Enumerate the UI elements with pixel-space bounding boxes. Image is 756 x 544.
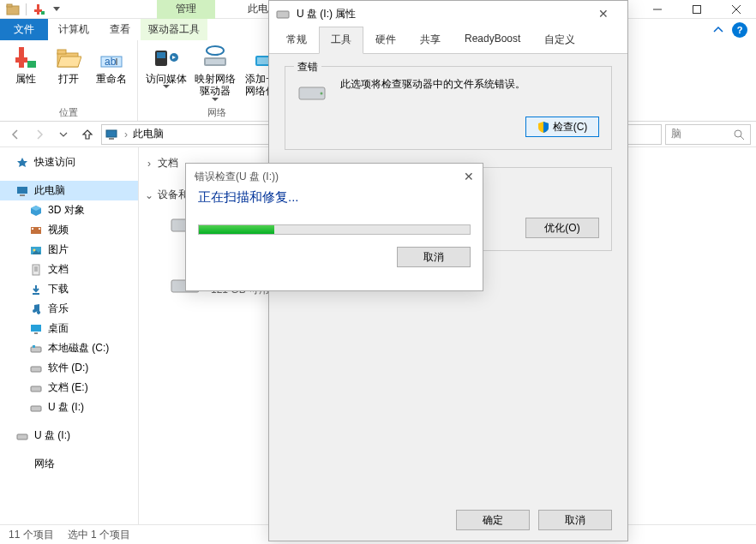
maximize-button[interactable]: [677, 0, 717, 19]
close-button[interactable]: ✕: [586, 7, 621, 21]
dialog-titlebar[interactable]: 错误检查(U 盘 (I:)) ✕: [186, 164, 483, 189]
qat-dropdown-icon[interactable]: [49, 2, 64, 17]
map-drive-button[interactable]: 映射网络 驱动器: [193, 44, 237, 105]
status-selected: 选中 1 个项目: [68, 528, 130, 542]
pc-icon: [15, 184, 29, 198]
svg-rect-4: [41, 11, 45, 15]
error-check-progress-dialog: 错误检查(U 盘 (I:)) ✕ 正在扫描和修复... 取消: [185, 163, 483, 291]
tab-computer[interactable]: 计算机: [48, 19, 99, 40]
back-button[interactable]: [5, 124, 26, 145]
ribbon-collapse-icon[interactable]: [713, 26, 723, 34]
svg-rect-45: [34, 332, 38, 334]
category-label: 文档: [158, 156, 178, 170]
check-description: 此选项将检查驱动器中的文件系统错误。: [340, 77, 525, 92]
qat-properties-icon[interactable]: [32, 2, 47, 17]
svg-point-22: [207, 46, 224, 55]
svg-rect-46: [31, 347, 41, 352]
help-icon[interactable]: ?: [732, 22, 747, 38]
group-network-label: 网络: [145, 106, 289, 119]
nav-music[interactable]: 音乐: [0, 299, 138, 319]
svg-point-30: [735, 130, 741, 137]
svg-rect-10: [15, 57, 27, 63]
star-icon: [15, 156, 29, 170]
tab-readyboost[interactable]: ReadyBoost: [453, 27, 532, 53]
progress-heading: 正在扫描和修复...: [198, 189, 471, 206]
group-location-label: 位置: [7, 106, 130, 119]
nav-label: 网络: [34, 457, 55, 471]
nav-label: 视频: [48, 223, 69, 237]
nav-documents[interactable]: 文档: [0, 260, 138, 279]
open-button[interactable]: 打开: [50, 44, 87, 105]
tab-general[interactable]: 常规: [274, 27, 319, 53]
up-button[interactable]: [77, 124, 98, 145]
drive-icon: [29, 362, 43, 375]
drive-check-icon: [297, 77, 328, 103]
open-label: 打开: [58, 73, 79, 85]
pc-icon: [105, 129, 119, 140]
access-media-button[interactable]: 访问媒体: [145, 44, 188, 105]
tab-file[interactable]: 文件: [0, 19, 48, 40]
forward-button[interactable]: [29, 124, 50, 145]
svg-rect-33: [20, 194, 25, 196]
check-button[interactable]: 检查(C): [525, 117, 599, 137]
nav-soft-d[interactable]: 软件 (D:): [0, 358, 138, 378]
tab-tools[interactable]: 工具: [319, 27, 363, 54]
search-placeholder: 脑: [671, 127, 681, 141]
minimize-button[interactable]: [638, 0, 677, 19]
nav-usb-i-root[interactable]: U 盘 (I:): [0, 426, 138, 445]
cancel-button[interactable]: 取消: [538, 510, 612, 530]
tab-sharing[interactable]: 共享: [408, 27, 453, 53]
nav-label: 软件 (D:): [48, 361, 88, 375]
access-media-label: 访问媒体: [146, 73, 187, 85]
nav-desktop[interactable]: 桌面: [0, 319, 138, 338]
chevron-right-icon[interactable]: ›: [144, 158, 154, 170]
rename-label: 重命名: [96, 73, 127, 85]
error-check-group: 查错 此选项将检查驱动器中的文件系统错误。 检查(C): [285, 66, 612, 150]
close-button[interactable]: [717, 0, 756, 19]
nav-doc-e[interactable]: 文档 (E:): [0, 378, 138, 398]
svg-rect-44: [31, 325, 41, 332]
desktop-icon: [29, 322, 43, 336]
network-icon: [15, 457, 29, 471]
nav-network[interactable]: 网络: [0, 454, 138, 474]
ok-button[interactable]: 确定: [456, 510, 530, 530]
properties-button[interactable]: 属性: [7, 44, 45, 105]
rename-icon: ab: [98, 44, 125, 71]
recent-dropdown[interactable]: [53, 124, 74, 145]
nav-videos[interactable]: 视频: [0, 220, 138, 240]
map-drive-icon: [201, 44, 229, 71]
breadcrumb-location[interactable]: 此电脑: [133, 127, 164, 141]
dialog-title: 错误检查(U 盘 (I:)): [195, 170, 279, 184]
dialog-titlebar[interactable]: U 盘 (I:) 属性 ✕: [269, 1, 627, 27]
app-icon: [5, 2, 21, 17]
cancel-button[interactable]: 取消: [397, 247, 471, 267]
nav-downloads[interactable]: 下载: [0, 279, 138, 299]
search-icon: [733, 129, 745, 140]
tab-drive-tools[interactable]: 驱动器工具: [141, 19, 207, 40]
optimize-button[interactable]: 优化(O): [525, 218, 599, 238]
close-button[interactable]: ✕: [464, 170, 474, 183]
nav-3d-objects[interactable]: 3D 对象: [0, 200, 138, 220]
group-legend: 查错: [294, 60, 321, 75]
tab-hardware[interactable]: 硬件: [363, 27, 408, 53]
nav-usb-i[interactable]: U 盘 (I:): [0, 398, 138, 417]
nav-this-pc[interactable]: 此电脑: [0, 181, 138, 200]
tab-view[interactable]: 查看: [99, 19, 141, 40]
documents-icon: [29, 263, 43, 277]
optimize-button-label: 优化(O): [544, 221, 579, 236]
drive-icon: [29, 342, 43, 356]
rename-button[interactable]: ab 重命名: [93, 44, 130, 105]
svg-rect-13: [57, 50, 66, 54]
svg-rect-3: [34, 9, 42, 12]
progress-bar: [198, 224, 471, 235]
nav-label: U 盘 (I:): [34, 428, 70, 443]
music-icon: [29, 302, 43, 316]
nav-pictures[interactable]: 图片: [0, 240, 138, 260]
chevron-down-icon[interactable]: ⌄: [144, 189, 154, 201]
nav-local-c[interactable]: 本地磁盘 (C:): [0, 338, 138, 358]
nav-label: 图片: [48, 242, 69, 257]
tab-custom[interactable]: 自定义: [532, 27, 587, 53]
svg-rect-35: [32, 228, 33, 230]
search-input[interactable]: 脑: [665, 124, 751, 145]
nav-quick-access[interactable]: 快速访问: [0, 152, 138, 172]
